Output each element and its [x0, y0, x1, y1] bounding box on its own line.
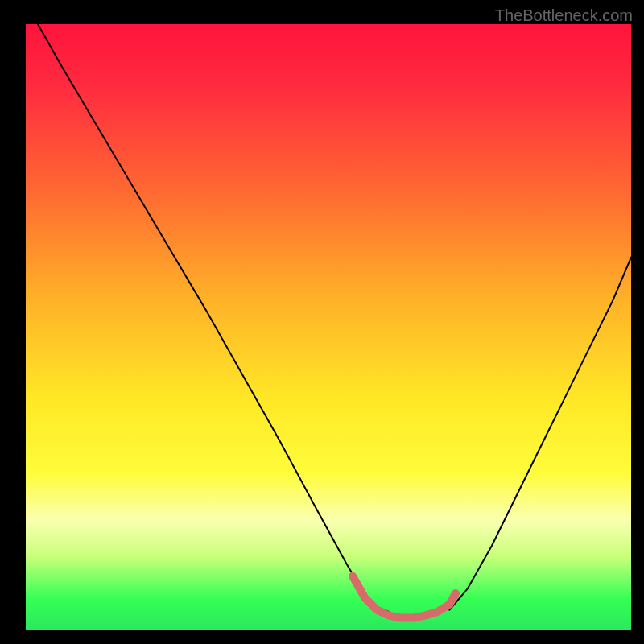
- series-valley-marker: [353, 576, 456, 618]
- plot-area: [26, 24, 631, 638]
- series-left-curve: [38, 24, 389, 612]
- series-right-curve: [449, 258, 631, 610]
- watermark-text: TheBottleneck.com: [495, 6, 633, 25]
- curve-layer: [26, 24, 631, 638]
